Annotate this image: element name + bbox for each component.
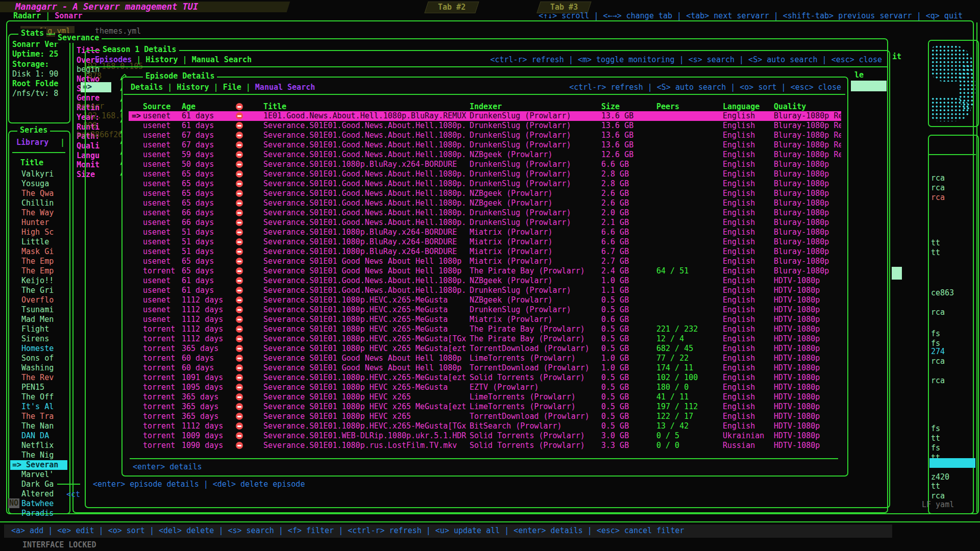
series-list-item[interactable]: PEN15 [10, 383, 67, 392]
release-row[interactable]: usenet67 daysSeverance.S01E01.Good.News.… [129, 140, 841, 150]
stats-panel-title: Stats [18, 29, 46, 38]
release-cell: Miatrix (Prowlarr) [470, 228, 601, 237]
release-row[interactable]: usenet51 daysSeverance.S01E01.1080p.BluR… [129, 228, 841, 237]
right-list-selected-bar[interactable] [929, 458, 975, 468]
release-row[interactable]: usenet65 daysSeverance.S01E01.Good.News.… [129, 189, 841, 198]
release-row[interactable]: usenet1112 daysSeverance.S01E01.1080p.HE… [129, 315, 841, 324]
release-row[interactable]: torrent1095 daysSeverance S01E01 1080p H… [129, 383, 841, 392]
season-scrollbar-thumb[interactable] [851, 81, 887, 91]
release-row[interactable]: usenet66 daysSeverance.S01E01.Good.News.… [129, 218, 841, 228]
release-row[interactable]: usenet59 daysSeverance.S01E01.Good.News.… [129, 150, 841, 160]
series-list-item[interactable]: Overflo [10, 295, 67, 305]
series-list-item[interactable]: Keijo!! [10, 276, 67, 286]
column-header[interactable]: Size [601, 102, 656, 112]
series-list-item[interactable]: Mad Men [10, 315, 67, 324]
series-list-item[interactable]: Paradis [10, 509, 67, 518]
series-list-item[interactable]: Valkyri [10, 169, 67, 179]
series-list-item[interactable]: Altered [10, 489, 67, 499]
release-row[interactable]: torrent1009 daysSeverance.S01E01.WEB-DLR… [129, 431, 841, 441]
column-header[interactable]: Title [263, 102, 470, 112]
series-list-item[interactable]: Chillin [10, 198, 67, 208]
column-header[interactable]: Indexer [470, 102, 601, 112]
series-list-item[interactable]: It's Al [10, 402, 67, 412]
release-row[interactable]: torrent365 daysSeverance S01E01 1080p HE… [129, 402, 841, 412]
column-header[interactable]: Language [723, 102, 774, 112]
series-list-item[interactable]: Netflix [10, 441, 67, 450]
episode-tab-file[interactable]: File [223, 83, 241, 92]
column-header[interactable]: Age [182, 102, 236, 112]
series-list-item[interactable]: The Rev [10, 373, 67, 383]
column-header[interactable] [236, 102, 263, 112]
series-list-item[interactable]: The Nig [10, 450, 67, 460]
episode-tab-manual-search[interactable]: Manual Search [255, 83, 315, 92]
release-row[interactable]: torrent1091 daysSeverance.S01E01.1080p.H… [129, 373, 841, 383]
release-row[interactable]: usenet51 daysSeverance.S01E01.1080p.BluR… [129, 247, 841, 257]
series-list-item[interactable]: Mask Gi [10, 247, 67, 257]
release-row[interactable]: torrent60 daysSeverance S01E01 Good News… [129, 363, 841, 373]
column-header[interactable]: Source [143, 102, 182, 112]
release-row[interactable]: torrent60 daysSeverance S01E01 Good News… [129, 354, 841, 363]
episode-tab-history[interactable]: History [177, 83, 209, 92]
release-cell: Miatrix (Prowlarr) [470, 237, 601, 247]
release-row[interactable]: torrent1112 daysSeverance.S01E01.1080p.H… [129, 334, 841, 344]
release-cell [656, 121, 723, 131]
series-list-item[interactable]: The Emp [10, 266, 67, 276]
release-row[interactable]: usenet66 daysSeverance.S01E01.Good.News.… [129, 208, 841, 218]
release-row[interactable]: torrent1112 daysSeverance S01E01 1080p H… [129, 324, 841, 334]
series-list-item[interactable]: Hunter [10, 218, 67, 228]
column-header[interactable]: Quality [774, 102, 855, 112]
servarr-tabs: Radarr | Sonarr [13, 11, 82, 21]
column-header[interactable]: Peers [656, 102, 723, 112]
release-row[interactable]: usenet65 daysSeverance.S01E01.Good.News.… [129, 198, 841, 208]
series-list-item[interactable]: The Emp [10, 257, 67, 266]
release-row[interactable]: torrent1090 daysSeverance.S01E01.1080p.r… [129, 441, 841, 450]
release-row[interactable]: usenet61 daysSeverance.S01E01.Good.News.… [129, 286, 841, 295]
season-tab-manual-search[interactable]: Manual Search [192, 55, 252, 65]
release-row[interactable]: torrent365 daysSeverance S01E01 1080p HE… [129, 392, 841, 402]
tab-library[interactable]: Library [16, 138, 48, 147]
release-row[interactable]: usenet50 daysSeverance.S01E01.1080p.BluR… [129, 160, 841, 169]
release-row[interactable]: usenet1112 daysSeverance.S01E01.1080p.HE… [129, 295, 841, 305]
series-list-item[interactable]: DAN DA [10, 431, 67, 441]
release-row[interactable]: torrent365 daysSeverance S01E01 1080p HE… [129, 344, 841, 354]
series-list-item[interactable]: The Nan [10, 421, 67, 431]
servarr-tab-radarr[interactable]: Radarr [13, 11, 41, 20]
release-row[interactable]: usenet65 daysSeverance.S01E01.Good.News.… [129, 169, 841, 179]
series-list-item[interactable]: The Off [10, 392, 67, 402]
series-list-item[interactable]: Washing [10, 363, 67, 373]
release-row[interactable]: torrent65 daysSeverance S01E01 Good News… [129, 266, 841, 276]
series-column-header: Title [20, 158, 43, 168]
servarr-tab-sonarr[interactable]: Sonarr [55, 11, 82, 20]
release-row[interactable]: usenet51 daysSeverance.S01E01.1080p.BluR… [129, 237, 841, 247]
release-row[interactable]: usenet65 daysSeverance S01E01 Good News … [129, 257, 841, 266]
series-list-item[interactable]: Little [10, 237, 67, 247]
release-cell: 12 / 4 [656, 334, 723, 344]
release-row[interactable]: usenet65 daysSeverance.S01E01.Good.News.… [129, 179, 841, 189]
details-scrollbar-thumb[interactable] [892, 267, 902, 280]
release-row[interactable]: torrent365 daysSeverance S01E01 1080p HE… [129, 412, 841, 421]
series-list-item[interactable]: The Qwa [10, 189, 67, 198]
series-list-item[interactable]: Yosuga [10, 179, 67, 189]
series-list-item[interactable]: The Way [10, 208, 67, 218]
release-row[interactable]: =>usenet61 days1E01.Good.News.About.Hell… [129, 111, 841, 121]
series-list-item[interactable]: Sons of [10, 354, 67, 363]
release-row[interactable]: usenet61 daysSeverance.S01E01.Good.News.… [129, 121, 841, 131]
series-list-item[interactable]: Homeste [10, 344, 67, 354]
release-cell [656, 228, 723, 237]
series-list-item[interactable]: Sirens [10, 334, 67, 344]
release-row[interactable]: usenet67 daysSeverance.S01E01.Good.News.… [129, 131, 841, 140]
season-tab-history[interactable]: History [145, 55, 178, 65]
series-list-item[interactable]: Marvel' [10, 470, 67, 480]
series-list-item[interactable]: High Sc [10, 228, 67, 237]
season-tab-episodes[interactable]: Episodes [95, 55, 132, 65]
series-list-item[interactable]: The Tra [10, 412, 67, 421]
release-cell: 51 days [182, 247, 236, 257]
series-list-item[interactable]: The Gri [10, 286, 67, 295]
series-list-item[interactable]: => Severan [10, 460, 67, 470]
series-list-item[interactable]: Flight [10, 324, 67, 334]
series-list-item[interactable]: Tsunami [10, 305, 67, 315]
release-row[interactable]: usenet1112 daysSeverance.S01E01.1080p.HE… [129, 305, 841, 315]
release-row[interactable]: usenet61 daysSeverance.S01E01.Good.News.… [129, 276, 841, 286]
release-row[interactable]: torrent1112 daysSeverance.S01E01.1080p.H… [129, 421, 841, 431]
episode-tab-details[interactable]: Details [131, 83, 163, 92]
